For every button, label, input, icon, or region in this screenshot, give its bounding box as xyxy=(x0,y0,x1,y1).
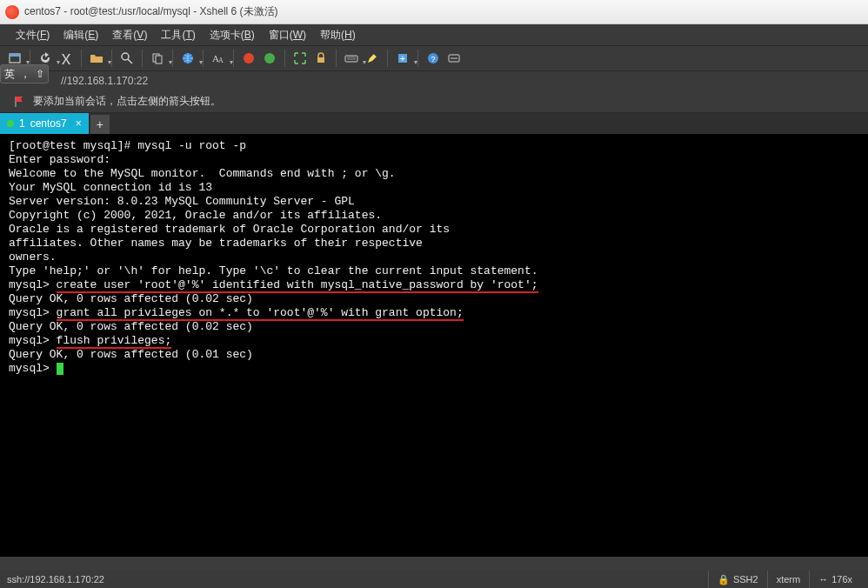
plus-icon: + xyxy=(97,117,103,131)
resize-icon: ↔ xyxy=(818,574,828,585)
terminal-line: Your MySQL connection id is 13 xyxy=(9,181,861,195)
status-term: xterm xyxy=(767,571,810,588)
separator xyxy=(81,50,82,67)
status-bar: ssh://192.168.1.170:22 🔒 SSH2 xterm ↔ 17… xyxy=(0,571,868,588)
disconnect-button[interactable] xyxy=(57,49,76,68)
svg-rect-11 xyxy=(317,57,324,63)
globe-button[interactable] xyxy=(178,49,197,68)
app-icon xyxy=(5,5,19,19)
menu-t[interactable]: 工具(T) xyxy=(154,25,202,45)
terminal-line: mysql> create user 'root'@'%' identified… xyxy=(9,278,861,292)
separator xyxy=(336,50,337,67)
terminal-line: Query OK, 0 rows affected (0.01 sec) xyxy=(9,348,861,362)
svg-point-10 xyxy=(264,53,275,63)
separator xyxy=(172,50,173,67)
terminal-line: affiliates. Other names may be trademark… xyxy=(9,237,861,251)
terminal-line: Query OK, 0 rows affected (0.02 sec) xyxy=(9,320,861,334)
terminal[interactable]: [root@test mysql]# mysql -u root -pEnter… xyxy=(0,134,868,557)
status-dot-icon xyxy=(7,120,14,127)
address-bar[interactable]: //192.168.1.170:22 xyxy=(0,71,868,90)
search-button[interactable] xyxy=(117,49,137,68)
tab-label: centos7 xyxy=(30,117,67,130)
status-size-label: 176x xyxy=(831,574,852,585)
menubar: 文件(F)编辑(E)查看(V)工具(T)选项卡(B)窗口(W)帮助(H) xyxy=(0,24,868,45)
terminal-prompt: mysql> xyxy=(9,362,861,376)
terminal-line: Enter password: xyxy=(9,153,861,167)
xshell-icon[interactable] xyxy=(239,49,258,68)
svg-rect-5 xyxy=(156,56,162,63)
ime-float[interactable]: 英 ， ⇧ xyxy=(0,64,49,84)
ime-lang: 英 xyxy=(4,67,15,82)
keyboard-button[interactable] xyxy=(342,49,361,68)
quickcmd-button[interactable] xyxy=(444,49,464,68)
separator xyxy=(111,50,112,67)
addon-button[interactable]: + xyxy=(393,49,412,68)
terminal-line: Query OK, 0 rows affected (0.02 sec) xyxy=(9,292,861,306)
titlebar: centos7 - root@test:/usr/local/mysql - X… xyxy=(0,0,868,24)
menu-e[interactable]: 编辑(E) xyxy=(57,25,105,45)
svg-rect-1 xyxy=(10,54,20,57)
svg-text:?: ? xyxy=(431,55,436,63)
terminal-line: Type 'help;' or '\h' for help. Type '\c'… xyxy=(9,264,861,278)
menu-f[interactable]: 文件(F) xyxy=(9,25,57,45)
svg-point-2 xyxy=(122,53,129,60)
cursor xyxy=(57,363,63,375)
fullscreen-button[interactable] xyxy=(290,49,310,68)
svg-line-3 xyxy=(128,59,132,63)
xftp-icon[interactable] xyxy=(260,49,279,68)
terminal-line: [root@test mysql]# mysql -u root -p xyxy=(9,139,861,153)
svg-text:A: A xyxy=(218,57,224,64)
help-button[interactable]: ? xyxy=(424,49,443,68)
status-address: ssh://192.168.1.170:22 xyxy=(7,574,104,585)
terminal-line: Welcome to the MySQL monitor. Commands e… xyxy=(9,167,861,181)
tab-centos7[interactable]: 1 centos7 × xyxy=(0,113,89,134)
menu-b[interactable]: 选项卡(B) xyxy=(203,25,262,45)
ime-dot: ， xyxy=(20,67,30,82)
lock-button[interactable] xyxy=(311,49,331,68)
open-folder-button[interactable] xyxy=(87,49,106,68)
separator xyxy=(142,50,143,67)
hint-bar: 要添加当前会话，点击左侧的箭头按钮。 xyxy=(0,90,868,113)
separator xyxy=(284,50,285,67)
tab-close-icon[interactable]: × xyxy=(76,117,82,130)
terminal-line: owners. xyxy=(9,251,861,264)
copy-button[interactable] xyxy=(148,49,167,68)
status-protocol: 🔒 SSH2 xyxy=(708,571,767,588)
ime-arrow: ⇧ xyxy=(36,68,44,80)
terminal-line: Copyright (c) 2000, 2021, Oracle and/or … xyxy=(9,209,861,223)
add-tab-button[interactable]: + xyxy=(90,115,110,134)
terminal-line: Server version: 8.0.23 MySQL Community S… xyxy=(9,195,861,209)
separator xyxy=(233,50,234,67)
terminal-line: Oracle is a registered trademark of Orac… xyxy=(9,223,861,237)
separator xyxy=(417,50,418,67)
hint-text: 要添加当前会话，点击左侧的箭头按钮。 xyxy=(33,94,221,109)
menu-h[interactable]: 帮助(H) xyxy=(313,25,363,45)
menu-w[interactable]: 窗口(W) xyxy=(262,25,313,45)
svg-point-9 xyxy=(244,53,254,63)
font-button[interactable]: AA xyxy=(209,49,228,68)
address-text: //192.168.1.170:22 xyxy=(61,75,148,87)
terminal-line: mysql> flush privileges; xyxy=(9,334,861,348)
menu-v[interactable]: 查看(V) xyxy=(105,25,154,45)
svg-rect-12 xyxy=(345,56,357,62)
separator xyxy=(203,50,204,67)
status-size: ↔ 176x xyxy=(809,571,861,588)
tab-bar: 1 centos7 × + xyxy=(0,113,868,134)
highlight-button[interactable] xyxy=(363,49,382,68)
window-title: centos7 - root@test:/usr/local/mysql - X… xyxy=(24,4,278,19)
svg-text:+: + xyxy=(400,54,405,63)
toolbar: AA + ? xyxy=(0,45,868,71)
separator xyxy=(387,50,388,67)
terminal-line: mysql> grant all privileges on *.* to 'r… xyxy=(9,306,861,320)
tab-index: 1 xyxy=(19,117,25,130)
flag-icon xyxy=(14,96,26,108)
lock-icon: 🔒 xyxy=(718,574,730,585)
status-protocol-label: SSH2 xyxy=(733,574,758,585)
